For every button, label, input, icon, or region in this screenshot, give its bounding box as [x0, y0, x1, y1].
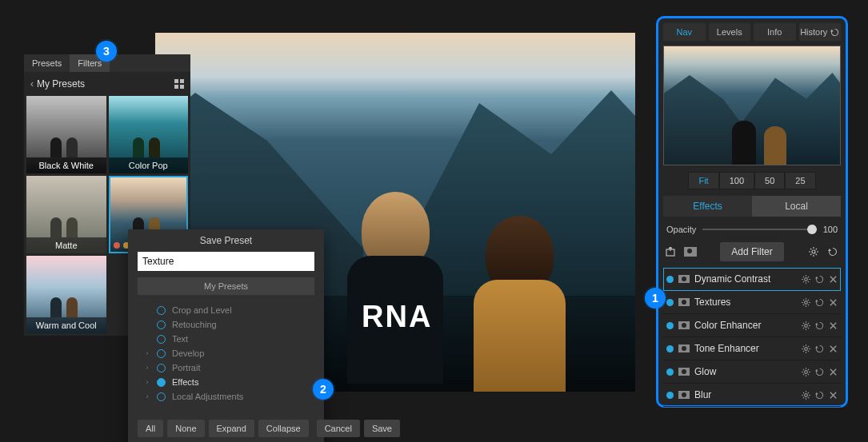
tab-local[interactable]: Local	[752, 196, 841, 217]
close-icon[interactable]	[829, 368, 838, 376]
option-label: Effects	[172, 377, 198, 387]
filter-row-textures[interactable]: Textures	[663, 291, 841, 314]
preset-name-input[interactable]	[138, 252, 314, 271]
tab-nav[interactable]: Nav	[663, 23, 706, 41]
save-button[interactable]: Save	[364, 420, 400, 437]
option-local-adjustments[interactable]: ›Local Adjustments	[138, 389, 314, 404]
option-develop[interactable]: ›Develop	[138, 346, 314, 360]
preset-label: Color Pop	[109, 157, 189, 173]
option-portrait[interactable]: ›Portrait	[138, 360, 314, 375]
export-icon[interactable]	[665, 246, 678, 257]
reset-icon[interactable]	[815, 391, 824, 400]
preset-black-and-white[interactable]: Black & White	[26, 96, 106, 173]
option-label: Portrait	[172, 363, 200, 372]
preset-label: Matte	[26, 237, 106, 253]
close-icon[interactable]	[829, 344, 838, 353]
enable-toggle-icon[interactable]	[666, 322, 674, 329]
reset-icon[interactable]	[815, 321, 824, 330]
close-icon[interactable]	[829, 275, 838, 284]
gear-icon[interactable]	[802, 298, 810, 307]
zoom-fit[interactable]: Fit	[688, 172, 718, 189]
mask-icon[interactable]	[678, 368, 690, 376]
grid-view-icon[interactable]	[174, 79, 184, 89]
chevron-right-icon: ›	[144, 392, 150, 400]
option-list: Crop and LevelRetouchingText›Develop›Por…	[138, 303, 314, 404]
option-effects[interactable]: ›Effects	[138, 375, 314, 389]
mask-icon[interactable]	[678, 344, 690, 352]
back-icon[interactable]: ‹	[30, 78, 34, 90]
cancel-button[interactable]: Cancel	[317, 420, 360, 437]
preset-matte[interactable]: Matte	[26, 176, 106, 253]
option-crop-and-level[interactable]: Crop and Level	[138, 303, 314, 317]
filter-stack: Dynamic ContrastTexturesColor EnhancerTo…	[658, 268, 846, 407]
preset-category-button[interactable]: My Presets	[138, 277, 314, 295]
expand-button[interactable]: Expand	[209, 420, 254, 437]
preset-warm-and-cool[interactable]: Warm and Cool	[26, 256, 106, 333]
close-icon[interactable]	[829, 391, 838, 400]
filter-name: Tone Enhancer	[694, 343, 797, 354]
tab-effects[interactable]: Effects	[663, 196, 752, 217]
filter-row-color-enhancer[interactable]: Color Enhancer	[663, 314, 841, 337]
callout-badge-1: 1	[645, 288, 666, 309]
preset-color-pop[interactable]: Color Pop	[109, 96, 189, 173]
zoom-25[interactable]: 25	[785, 172, 815, 189]
tab-history[interactable]: History	[799, 23, 842, 41]
all-button[interactable]: All	[138, 420, 163, 437]
filter-row-tone-enhancer[interactable]: Tone Enhancer	[663, 337, 841, 360]
enable-toggle-icon[interactable]	[666, 392, 674, 399]
collapse-button[interactable]: Collapse	[258, 420, 309, 437]
mask-icon[interactable]	[678, 321, 690, 329]
enable-toggle-icon[interactable]	[666, 368, 674, 376]
gear-icon[interactable]	[802, 275, 810, 284]
filter-name: Dynamic Contrast	[694, 273, 797, 285]
gear-icon[interactable]	[802, 344, 810, 353]
opacity-label: Opacity	[666, 225, 696, 234]
svg-point-7	[805, 301, 808, 304]
zoom-controls: Fit 100 50 25	[658, 172, 846, 189]
gear-icon[interactable]	[807, 246, 820, 257]
reset-icon[interactable]	[815, 275, 824, 284]
reset-icon[interactable]	[815, 344, 824, 353]
enable-toggle-icon[interactable]	[666, 299, 674, 306]
add-filter-button[interactable]: Add Filter	[720, 242, 783, 261]
mask-icon[interactable]	[684, 246, 697, 257]
tab-info[interactable]: Info	[754, 23, 796, 41]
enable-toggle-icon[interactable]	[666, 345, 674, 352]
radio-icon	[157, 392, 166, 401]
filter-row-blur[interactable]: Blur	[663, 384, 841, 407]
tab-levels[interactable]: Levels	[709, 23, 751, 41]
navigator-thumbnail[interactable]	[663, 46, 841, 165]
gear-icon[interactable]	[802, 321, 810, 330]
callout-badge-3: 3	[96, 41, 117, 62]
enable-toggle-icon[interactable]	[666, 276, 674, 283]
chevron-right-icon: ›	[144, 364, 150, 372]
reset-icon[interactable]	[826, 246, 839, 257]
reset-icon[interactable]	[815, 298, 824, 307]
tab-presets[interactable]: Presets	[24, 54, 70, 72]
tab-history-label: History	[800, 27, 827, 37]
zoom-100[interactable]: 100	[719, 172, 754, 189]
gear-icon[interactable]	[802, 368, 810, 376]
none-button[interactable]: None	[167, 420, 204, 437]
reset-icon[interactable]	[815, 368, 824, 376]
right-panel: Nav Levels Info History Fit 100 50 25 Ef…	[656, 16, 848, 408]
close-icon[interactable]	[829, 298, 838, 307]
svg-point-11	[805, 393, 808, 396]
svg-point-6	[805, 277, 808, 281]
svg-rect-0	[174, 79, 178, 83]
filter-row-dynamic-contrast[interactable]: Dynamic Contrast	[663, 268, 841, 291]
option-text[interactable]: Text	[138, 332, 314, 346]
radio-icon	[157, 364, 166, 372]
option-retouching[interactable]: Retouching	[138, 317, 314, 332]
undo-icon	[830, 28, 839, 37]
gear-icon[interactable]	[802, 391, 810, 400]
svg-point-8	[805, 324, 808, 327]
filter-name: Textures	[694, 297, 797, 308]
zoom-50[interactable]: 50	[754, 172, 785, 189]
opacity-slider[interactable]	[702, 229, 816, 230]
mask-icon[interactable]	[678, 391, 690, 399]
mask-icon[interactable]	[678, 298, 690, 306]
filter-row-glow[interactable]: Glow	[663, 360, 841, 384]
close-icon[interactable]	[829, 321, 838, 330]
mask-icon[interactable]	[678, 275, 690, 283]
